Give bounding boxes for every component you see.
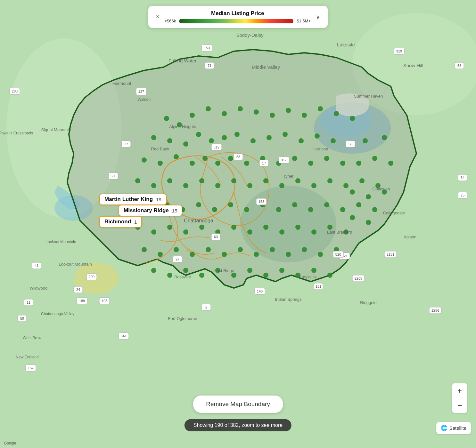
- svg-point-35: [363, 138, 368, 143]
- svg-point-108: [270, 247, 275, 252]
- remove-boundary-button[interactable]: Remove Map Boundary: [193, 396, 283, 413]
- svg-point-37: [142, 157, 147, 163]
- svg-point-60: [231, 178, 236, 183]
- svg-point-8: [164, 116, 169, 121]
- svg-text:Chattanooga Valley: Chattanooga Valley: [41, 312, 74, 316]
- svg-text:63: 63: [214, 235, 218, 239]
- svg-text:Soddy-Daisy: Soddy-Daisy: [236, 32, 264, 38]
- svg-text:27: 27: [176, 257, 179, 261]
- svg-point-48: [308, 161, 313, 166]
- svg-point-47: [292, 156, 297, 161]
- neighborhood-popup-missionary-ridge[interactable]: Missionary Ridge 15: [119, 205, 182, 216]
- satellite-button[interactable]: 🌐 Satellite: [436, 422, 471, 434]
- svg-point-124: [327, 273, 332, 278]
- svg-point-115: [183, 268, 188, 273]
- legend-gradient-row: <$66k $1.5M+: [165, 19, 311, 23]
- svg-point-95: [279, 229, 284, 235]
- svg-point-30: [283, 132, 288, 137]
- neighborhood-count: 15: [172, 208, 177, 213]
- legend-gradient: [179, 19, 293, 23]
- svg-point-118: [231, 273, 236, 278]
- svg-text:299: 299: [89, 275, 94, 279]
- legend-close-button[interactable]: ×: [156, 13, 160, 20]
- svg-text:Harrison: Harrison: [312, 147, 328, 151]
- svg-point-105: [222, 252, 227, 257]
- svg-point-21: [151, 135, 156, 140]
- google-logo: Google: [4, 441, 16, 445]
- svg-text:Ooltewah: Ooltewah: [373, 187, 390, 191]
- svg-point-87: [151, 229, 156, 235]
- svg-point-114: [167, 273, 172, 278]
- svg-point-68: [359, 178, 365, 183]
- zoom-in-button[interactable]: +: [452, 383, 467, 398]
- showing-status: Showing 190 of 382, zoom to see more: [185, 419, 291, 431]
- svg-point-33: [331, 138, 336, 143]
- svg-text:2: 2: [205, 305, 207, 309]
- svg-point-104: [206, 247, 211, 252]
- svg-point-109: [286, 252, 291, 257]
- neighborhood-popup-martin-luther-king[interactable]: Martin Luther King 19: [99, 194, 167, 205]
- zoom-out-button[interactable]: −: [452, 398, 467, 413]
- svg-text:Collegedale: Collegedale: [383, 211, 405, 215]
- svg-text:Fairmount: Fairmount: [112, 81, 131, 86]
- svg-point-61: [247, 183, 252, 188]
- svg-text:64: 64: [461, 176, 464, 180]
- globe-icon: 🌐: [441, 425, 447, 431]
- svg-text:319: 319: [396, 49, 402, 53]
- svg-text:Walden: Walden: [138, 97, 151, 102]
- svg-text:Lakesite: Lakesite: [337, 42, 355, 47]
- svg-text:59: 59: [20, 316, 24, 320]
- svg-text:Powells Crossroads: Powells Crossroads: [0, 131, 33, 135]
- map-container: Soddy-Daisy Falling Water Middle Valley …: [0, 0, 476, 448]
- svg-text:Tyner: Tyner: [283, 174, 294, 179]
- svg-point-59: [215, 183, 220, 188]
- svg-text:24: 24: [76, 288, 80, 292]
- svg-point-81: [308, 207, 313, 212]
- svg-text:17: 17: [262, 161, 266, 165]
- svg-point-31: [299, 138, 304, 143]
- svg-point-76: [228, 202, 233, 207]
- svg-point-49: [324, 156, 329, 161]
- svg-point-106: [238, 247, 243, 252]
- svg-text:New England: New England: [16, 355, 38, 359]
- svg-text:Chattanooga: Chattanooga: [184, 218, 213, 223]
- svg-point-13: [238, 106, 243, 111]
- svg-text:820: 820: [335, 252, 341, 256]
- svg-point-51: [356, 161, 361, 166]
- svg-point-128: [350, 215, 355, 220]
- svg-point-113: [151, 268, 156, 273]
- svg-text:Fort Oglethorpe: Fort Oglethorpe: [168, 316, 197, 321]
- svg-point-116: [199, 273, 204, 278]
- svg-text:193: 193: [102, 299, 107, 303]
- svg-point-24: [196, 132, 201, 137]
- legend-card: × Median Listing Price <$66k $1.5M+ ∨: [148, 6, 328, 28]
- svg-text:58: 58: [457, 64, 461, 68]
- svg-point-62: [263, 178, 268, 183]
- svg-text:Snow Hill: Snow Hill: [403, 63, 423, 68]
- svg-point-88: [167, 225, 172, 230]
- svg-point-18: [318, 106, 323, 111]
- svg-point-23: [183, 141, 188, 147]
- svg-point-22: [167, 138, 172, 143]
- svg-text:Ringgold: Ringgold: [360, 300, 376, 305]
- legend-chevron-button[interactable]: ∨: [316, 13, 320, 20]
- svg-point-75: [212, 207, 217, 212]
- svg-text:East Brainerd: East Brainerd: [327, 230, 352, 235]
- svg-text:41: 41: [35, 264, 38, 268]
- svg-point-101: [158, 252, 163, 257]
- neighborhood-popup-richmond[interactable]: Richmond 1: [99, 216, 142, 228]
- svg-point-41: [202, 156, 208, 161]
- svg-text:Rossville: Rossville: [174, 275, 191, 279]
- svg-text:317: 317: [281, 158, 287, 162]
- svg-point-84: [356, 202, 361, 207]
- svg-point-74: [196, 202, 201, 207]
- svg-point-57: [183, 183, 188, 188]
- map-svg: Soddy-Daisy Falling Water Middle Valley …: [0, 0, 476, 448]
- svg-text:Signal Mountain: Signal Mountain: [41, 127, 71, 132]
- svg-point-107: [254, 252, 259, 257]
- svg-point-43: [228, 156, 233, 161]
- svg-point-10: [190, 113, 195, 118]
- svg-point-32: [315, 133, 320, 139]
- svg-text:127: 127: [138, 90, 144, 93]
- svg-text:153: 153: [204, 46, 210, 50]
